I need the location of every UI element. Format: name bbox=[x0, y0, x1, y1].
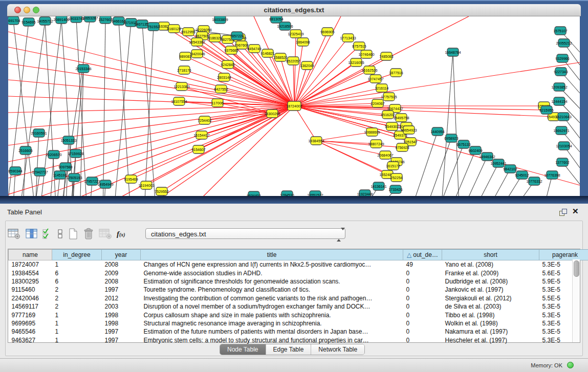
new-file-icon[interactable] bbox=[68, 228, 78, 240]
table-cell[interactable]: 9463627 bbox=[9, 336, 52, 344]
table-cell[interactable]: de Silva et al. (2003) bbox=[442, 302, 539, 311]
graph-node[interactable]: 2516605 bbox=[18, 146, 32, 155]
table-cell[interactable]: 2009 bbox=[102, 269, 141, 277]
graph-node[interactable]: 1691704 bbox=[8, 16, 20, 25]
table-cell[interactable]: 18300295 bbox=[9, 277, 52, 286]
graph-node[interactable]: 16162526 bbox=[361, 66, 377, 74]
table-cell[interactable]: 1 bbox=[52, 260, 102, 269]
table-cell[interactable]: 5.3E-5 bbox=[539, 302, 588, 311]
table-cell[interactable]: Wolkin et al. (1998) bbox=[442, 319, 539, 327]
table-vertical-scrollbar[interactable] bbox=[572, 259, 580, 342]
trash-icon[interactable] bbox=[83, 228, 94, 240]
column-header-title[interactable]: title bbox=[141, 250, 403, 260]
table-cell[interactable]: 0 bbox=[403, 311, 442, 319]
graph-node[interactable]: 6958923 bbox=[444, 134, 458, 142]
table-cell[interactable]: 2 bbox=[52, 302, 102, 311]
table-cell[interactable]: Embryonic stem cells: a model to study s… bbox=[141, 336, 403, 344]
graph-node[interactable]: 4516202 bbox=[381, 111, 395, 119]
rows-icon[interactable] bbox=[57, 228, 63, 239]
table-cell[interactable]: 2003 bbox=[102, 302, 141, 311]
graph-edge-directed-black[interactable] bbox=[458, 157, 487, 197]
table-cell[interactable]: 5.5E-5 bbox=[539, 294, 588, 302]
graph-node[interactable]: 18807249 bbox=[368, 140, 384, 148]
graph-node[interactable]: 8522057 bbox=[286, 57, 300, 65]
graph-node[interactable]: 9375685 bbox=[224, 46, 238, 54]
table-cell[interactable]: 0 bbox=[403, 336, 442, 344]
table-row[interactable]: 946554611997Estimation of the future num… bbox=[9, 327, 588, 336]
table-cell[interactable]: 1 bbox=[52, 327, 102, 336]
table-cell[interactable]: 9465546 bbox=[9, 327, 52, 336]
graph-node[interactable]: 20153346 bbox=[75, 64, 91, 73]
graph-node[interactable]: 8427552 bbox=[214, 85, 228, 93]
graph-node[interactable]: 12213383 bbox=[173, 82, 189, 91]
table-cell[interactable]: 49 bbox=[403, 260, 442, 269]
checklist-icon[interactable] bbox=[42, 228, 53, 239]
column-header-name[interactable]: name bbox=[9, 250, 52, 260]
table-cell[interactable]: Disruption of a novel member of a sodium… bbox=[141, 302, 403, 311]
table-cell[interactable]: 0 bbox=[403, 269, 442, 277]
table-cell[interactable]: 22420046 bbox=[9, 294, 52, 302]
tab-edge-table[interactable]: Edge Table bbox=[266, 344, 312, 355]
graph-node[interactable]: 16210643 bbox=[555, 113, 571, 121]
graph-node[interactable]: 18107554 bbox=[171, 97, 187, 105]
table-cell[interactable]: 6 bbox=[52, 277, 102, 286]
graph-node[interactable]: 9227343 bbox=[554, 68, 568, 76]
table-cell[interactable]: 0 bbox=[403, 294, 442, 302]
table-cell[interactable]: 18724007 bbox=[9, 260, 52, 269]
graph-node[interactable]: 1377602 bbox=[555, 158, 569, 166]
graph-node[interactable]: 2204067 bbox=[371, 99, 384, 107]
graph-node[interactable]: 9242845 bbox=[221, 60, 234, 69]
table-row[interactable]: 1456911722003Disruption of a novel membe… bbox=[9, 302, 588, 311]
network-canvas[interactable]: 1830029519384554716382281601288912955222… bbox=[8, 16, 580, 197]
import-table-icon[interactable] bbox=[99, 228, 112, 239]
table-column-icon[interactable] bbox=[26, 228, 38, 239]
table-cell[interactable]: 5.3E-5 bbox=[539, 286, 588, 294]
graph-node[interactable]: 19218506 bbox=[277, 22, 293, 30]
graph-edge-directed-red[interactable] bbox=[294, 70, 369, 106]
table-cell[interactable]: Tourette syndrome. Phenomenology and cla… bbox=[141, 286, 403, 294]
table-cell[interactable]: Jankovic et al. (1997) bbox=[442, 286, 539, 294]
graph-edge-directed-red[interactable] bbox=[294, 106, 554, 117]
table-cell[interactable]: Genome-wide association studies in ADHD. bbox=[141, 269, 403, 277]
table-cell[interactable]: 2 bbox=[52, 286, 102, 294]
graph-node[interactable]: 8912955 bbox=[181, 28, 195, 36]
graph-node[interactable]: 5549302 bbox=[385, 122, 399, 130]
table-cell[interactable]: 2008 bbox=[102, 277, 141, 286]
graph-edge-directed-black[interactable] bbox=[35, 133, 39, 197]
graph-node[interactable]: 12505193 bbox=[66, 173, 82, 182]
table-cell[interactable]: Structural magnetic resonance image aver… bbox=[141, 319, 403, 327]
table-cell[interactable]: 2 bbox=[52, 294, 102, 302]
graph-edge-directed-red[interactable] bbox=[8, 106, 294, 178]
graph-node[interactable]: 7485083 bbox=[379, 52, 393, 60]
graph-node[interactable]: 9097588 bbox=[58, 163, 72, 171]
table-cell[interactable]: Nakamura et al. (1997) bbox=[442, 327, 539, 336]
graph-node[interactable]: 16194003 bbox=[138, 181, 154, 189]
graph-node[interactable]: 8590344 bbox=[8, 167, 22, 175]
graph-node[interactable]: 10747457 bbox=[367, 75, 383, 83]
graph-node[interactable]: 9245012 bbox=[515, 171, 529, 179]
table-cell[interactable]: 2012 bbox=[102, 294, 141, 302]
table-row[interactable]: 946362711997Embryonic stem cells: a mode… bbox=[9, 336, 588, 344]
graph-node[interactable]: 1864098 bbox=[296, 38, 310, 46]
graph-node[interactable]: 13216055 bbox=[348, 58, 364, 67]
graph-node[interactable]: 7857224 bbox=[230, 32, 244, 40]
graph-node[interactable]: 8757515 bbox=[352, 42, 366, 50]
graph-node[interactable]: 7529552 bbox=[155, 187, 168, 195]
graph-node[interactable]: 252254 bbox=[390, 173, 402, 182]
graph-node[interactable]: 1440954 bbox=[430, 127, 444, 136]
table-cell[interactable]: 0 bbox=[403, 302, 442, 311]
graph-node[interactable]: 117006 bbox=[212, 99, 224, 107]
memory-status-indicator[interactable] bbox=[567, 362, 574, 368]
table-cell[interactable]: 0 bbox=[403, 286, 442, 294]
table-cell[interactable]: 5.3E-5 bbox=[539, 327, 588, 336]
column-header-pagerank[interactable]: pagerank bbox=[539, 250, 588, 260]
graph-node[interactable]: 15495758 bbox=[393, 114, 409, 122]
graph-node[interactable]: 14055712 bbox=[37, 17, 53, 25]
graph-node[interactable]: 10776398 bbox=[544, 171, 560, 179]
graph-node[interactable]: 1877516 bbox=[389, 69, 403, 77]
graph-node[interactable]: 10653287 bbox=[82, 16, 98, 22]
table-row[interactable]: 1938455462009Genome-wide association stu… bbox=[9, 269, 588, 277]
table-row[interactable]: 911546021997Tourette syndrome. Phenomeno… bbox=[9, 286, 588, 294]
graph-node[interactable]: 6675133 bbox=[456, 140, 470, 148]
float-panel-icon[interactable] bbox=[559, 209, 567, 216]
